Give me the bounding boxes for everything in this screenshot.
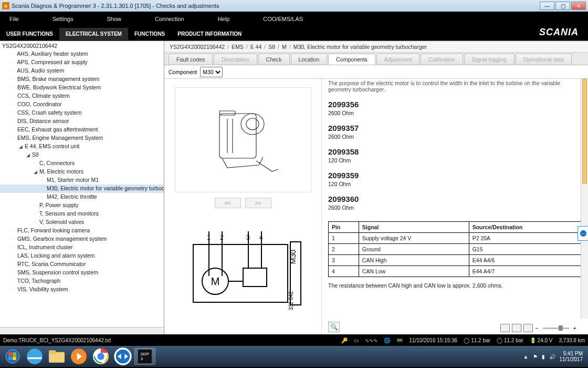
- tree-item[interactable]: ··· EEC, Exhaust gas aftertreatment: [0, 126, 164, 134]
- main-area: YS2G4X20002106442 ··· AHS, Auxiliary hea…: [0, 41, 588, 334]
- taskbar-explorer[interactable]: [46, 348, 67, 365]
- menu-settings[interactable]: Settings: [43, 16, 98, 22]
- breadcrumb-segment[interactable]: M30, Electric motor for variable geometr…: [293, 44, 427, 50]
- tree-root[interactable]: YS2G4X20002106442: [0, 42, 164, 50]
- content-scrollbar[interactable]: [581, 79, 588, 319]
- tree-item[interactable]: ◢ M, Electric motors: [0, 168, 164, 176]
- tray-clock[interactable]: 5:41 PM 11/1/2017: [560, 351, 583, 362]
- breadcrumb-segment[interactable]: EMS: [232, 44, 244, 50]
- subtab-check[interactable]: Check: [258, 54, 290, 65]
- search-button[interactable]: 🔍: [328, 322, 340, 332]
- tree-item[interactable]: ··· TCO, Tachograph: [0, 277, 164, 285]
- maximize-button[interactable]: ▢: [555, 2, 570, 10]
- prev-illustration-button[interactable]: <<: [215, 198, 241, 208]
- tree-item[interactable]: ··· LAS, Locking and alarm system: [0, 252, 164, 260]
- breadcrumb-segment[interactable]: E 44: [250, 44, 262, 50]
- menu-file[interactable]: File: [0, 16, 43, 22]
- system-tray[interactable]: ▲ ⚑ ▮ 🔊 5:41 PM 11/1/2017: [523, 351, 586, 362]
- tree-item[interactable]: ··· CCS, Climate system: [0, 92, 164, 100]
- teamviewer-tab[interactable]: ↔: [578, 226, 588, 241]
- breadcrumb-segment[interactable]: S8: [268, 44, 275, 50]
- tree-item[interactable]: ··· M1, Starter motor M1: [0, 176, 164, 185]
- subtab-location[interactable]: Location: [291, 54, 328, 65]
- app-icon: S: [2, 2, 9, 9]
- taskbar-chrome[interactable]: [90, 348, 111, 365]
- tree-item[interactable]: ··· AHS, Auxiliary heater system: [0, 50, 164, 58]
- breadcrumb-segment[interactable]: M: [282, 44, 287, 50]
- svg-point-31: [27, 349, 43, 364]
- tree-item[interactable]: ··· M30, Electric motor for variable geo…: [0, 185, 164, 193]
- svg-rect-0: [219, 114, 256, 158]
- component-label: Component: [169, 69, 197, 75]
- svg-text:332 842: 332 842: [288, 291, 294, 310]
- tree-item[interactable]: ··· CSS, Crash safety system: [0, 109, 164, 117]
- tree-item[interactable]: ··· SMS, Suspension control system: [0, 269, 164, 277]
- menu-help[interactable]: Help: [208, 16, 254, 22]
- menu-connection[interactable]: Connection: [145, 16, 208, 22]
- zoom-out-button[interactable]: −: [535, 325, 538, 331]
- tree-item[interactable]: ··· VIS, Visibility system: [0, 285, 164, 294]
- tree-item[interactable]: ··· DIS, Distance sensor: [0, 117, 164, 126]
- odometer: 3,733.8 km: [559, 338, 585, 343]
- tree-item[interactable]: ··· BMS, Brake management system: [0, 75, 164, 84]
- nav-tab-electrical-system[interactable]: ELECTRICAL SYSTEM: [59, 28, 128, 40]
- diagram-column: << >>: [164, 79, 322, 334]
- tree-item[interactable]: ◢ E 44, EMS control unit: [0, 142, 164, 151]
- taskbar-mediaplayer[interactable]: [68, 348, 89, 365]
- part-number: 2099357: [328, 124, 582, 132]
- tree-item[interactable]: ··· RTC, Scania Communicator: [0, 260, 164, 269]
- tree-item[interactable]: ··· AUS, Audio system: [0, 67, 164, 75]
- subtab-components[interactable]: Components: [328, 54, 375, 65]
- svg-text:2: 2: [220, 234, 224, 241]
- svg-point-2: [246, 118, 259, 130]
- svg-text:3: 3: [246, 234, 250, 241]
- view-mode-3-button[interactable]: [523, 324, 533, 332]
- start-button[interactable]: [2, 348, 23, 365]
- view-mode-1-button[interactable]: [500, 324, 510, 332]
- tree-item[interactable]: ··· C, Connectors: [0, 159, 164, 168]
- tray-network-icon[interactable]: ▮: [542, 354, 545, 360]
- taskbar-sdp3[interactable]: SDP3: [134, 348, 155, 365]
- next-illustration-button[interactable]: >>: [245, 198, 271, 208]
- taskbar: SDP3 ▲ ⚑ ▮ 🔊 5:41 PM 11/1/2017: [0, 346, 588, 367]
- tree-item[interactable]: ··· V, Solenoid valves: [0, 218, 164, 227]
- tray-flag-icon[interactable]: ⚑: [533, 354, 538, 360]
- tree-hscrollbar[interactable]: [0, 327, 164, 334]
- taskbar-teamviewer[interactable]: [112, 348, 133, 365]
- subtab-fault-codes[interactable]: Fault codes: [169, 54, 213, 65]
- breadcrumb-segment[interactable]: YS2G4X20002106442: [170, 44, 225, 50]
- tree-item[interactable]: ··· COO, Coordinator: [0, 100, 164, 109]
- tray-volume-icon[interactable]: 🔊: [549, 354, 555, 360]
- nav-tab-functions[interactable]: FUNCTIONS: [128, 28, 171, 40]
- component-select[interactable]: M30: [200, 67, 223, 77]
- menu-show[interactable]: Show: [97, 16, 145, 22]
- nav-tab-product-information[interactable]: PRODUCT INFORMATION: [171, 28, 248, 40]
- part-ohm: 120 Ohm: [328, 181, 582, 187]
- tree-item[interactable]: ··· M42, Electric throttle: [0, 193, 164, 201]
- component-picker-row: Component M30: [164, 65, 588, 79]
- svg-text:M30: M30: [289, 250, 297, 264]
- zoom-slider[interactable]: [543, 328, 569, 329]
- svg-text:1: 1: [207, 234, 211, 241]
- close-button[interactable]: ✕: [571, 2, 586, 10]
- system-tree[interactable]: YS2G4X20002106442 ··· AHS, Auxiliary hea…: [0, 41, 164, 334]
- tree-item[interactable]: ◢ S8: [0, 151, 164, 159]
- tree-item[interactable]: ··· P, Power supply: [0, 201, 164, 210]
- zoom-in-button[interactable]: +: [573, 325, 576, 331]
- subtab-calibration: Calibration: [421, 54, 463, 65]
- tree-item[interactable]: ··· ICL, Instrument cluster: [0, 243, 164, 252]
- tree-item[interactable]: ··· EMS, Engine Management System: [0, 134, 164, 142]
- tree-item[interactable]: ··· APS, Compressed air supply: [0, 58, 164, 67]
- nav-tab-user-functions[interactable]: USER FUNCTIONS: [0, 28, 59, 40]
- tree-item[interactable]: ··· BWE, Bodywork Electrical System: [0, 84, 164, 92]
- tree-item[interactable]: ··· GMS, Gearbox management system: [0, 235, 164, 243]
- content-pane: YS2G4X20002106442/EMS/E 44/S8/M/M30, Ele…: [164, 41, 588, 334]
- tray-up-icon[interactable]: ▲: [523, 354, 529, 360]
- menu-coo-ems-las[interactable]: COO/EMS/LAS: [254, 16, 327, 22]
- taskbar-ie[interactable]: [24, 348, 45, 365]
- tree-item[interactable]: ··· FLC, Forward looking camera: [0, 227, 164, 235]
- tree-item[interactable]: ··· T, Sensors and monitors: [0, 210, 164, 218]
- pressure-2: ◯ 11.2 bar: [497, 338, 523, 343]
- view-mode-2-button[interactable]: [512, 324, 521, 332]
- minimize-button[interactable]: —: [540, 2, 554, 10]
